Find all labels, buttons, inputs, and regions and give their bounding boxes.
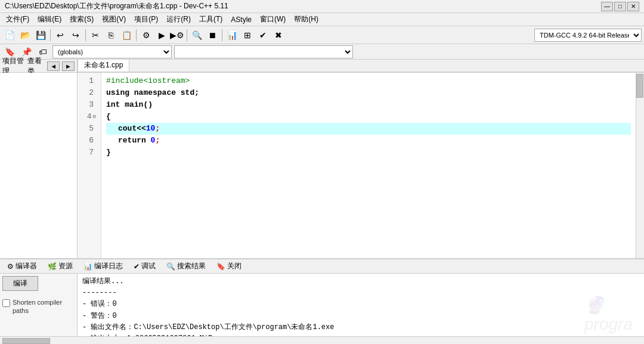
left-panel-header: 项目管理 查看类 ◄ ► bbox=[0, 60, 77, 73]
editor-area: 未命名1.cpp 1 2 3 4⊟ 5 6 7 #include<iostrea… bbox=[78, 60, 644, 258]
line-num-6: 6 bbox=[78, 135, 97, 147]
line-num-5: 5 bbox=[78, 123, 97, 135]
nav-left-btn[interactable]: ◄ bbox=[47, 61, 60, 71]
compiler-select[interactable]: TDM-GCC 4.9.2 64-bit Release bbox=[534, 29, 642, 42]
tab-close[interactable]: 🔖 关闭 bbox=[212, 260, 246, 272]
tab-resources[interactable]: 🌿 资源 bbox=[43, 260, 78, 272]
bottom-scrollbar[interactable] bbox=[0, 336, 644, 344]
bottom-tabs: ⚙ 编译器 🌿 资源 📊 编译日志 ✔ 调试 🔍 搜索结果 🔖 关闭 bbox=[0, 259, 644, 274]
menu-file[interactable]: 文件(F) bbox=[2, 13, 33, 26]
check-btn[interactable]: ✔ bbox=[256, 28, 270, 42]
run-btn1[interactable]: ▶ bbox=[154, 28, 169, 42]
log-icon: 📊 bbox=[83, 262, 92, 271]
toolbar-sep3 bbox=[136, 29, 137, 41]
menu-edit[interactable]: 编辑(E) bbox=[34, 13, 65, 26]
line-num-2: 2 bbox=[78, 87, 97, 99]
nav-right-btn[interactable]: ► bbox=[62, 61, 75, 71]
maximize-button[interactable]: □ bbox=[614, 2, 626, 11]
paste-button[interactable]: 📋 bbox=[119, 28, 134, 42]
shorten-checkbox-row: Shorten compiler paths bbox=[2, 298, 75, 315]
redo-button[interactable]: ↪ bbox=[69, 28, 83, 42]
stop-btn[interactable]: ⏹ bbox=[205, 28, 219, 42]
code-content[interactable]: #include<iostream> using namespace std; … bbox=[101, 73, 636, 258]
tab-compiler[interactable]: ⚙ 编译器 bbox=[2, 260, 42, 272]
shorten-label: Shorten compiler paths bbox=[13, 298, 75, 315]
shorten-checkbox[interactable] bbox=[2, 299, 10, 307]
left-panel: 项目管理 查看类 ◄ ► bbox=[0, 60, 78, 258]
left-panel-content bbox=[0, 73, 77, 258]
titlebar: C:\Users\EDZ\Desktop\工作文件\program\未命名1.c… bbox=[0, 0, 644, 13]
toolbar-sep1 bbox=[50, 29, 51, 41]
undo-button[interactable]: ↩ bbox=[53, 28, 67, 42]
bottom-content: 编译 Shorten compiler paths 编译结果... ------… bbox=[0, 274, 644, 336]
menu-project[interactable]: 项目(P) bbox=[131, 13, 162, 26]
output-title: 编译结果... bbox=[82, 276, 580, 287]
grid-btn[interactable]: ⊞ bbox=[240, 28, 255, 42]
menubar: 文件(F) 编辑(E) 搜索(S) 视图(V) 项目(P) 运行(R) 工具(T… bbox=[0, 13, 644, 26]
output-errors: - 错误：0 bbox=[82, 299, 580, 310]
menu-astyle[interactable]: AStyle bbox=[227, 14, 255, 25]
chart-btn[interactable]: 📊 bbox=[225, 28, 239, 42]
line-num-4: 4⊟ bbox=[78, 111, 97, 123]
h-scroll-thumb[interactable] bbox=[2, 338, 50, 344]
code-line-2: using namespace std; bbox=[106, 87, 631, 99]
code-line-6: return 0; bbox=[106, 135, 631, 147]
main-area: 项目管理 查看类 ◄ ► 未命名1.cpp 1 2 3 4⊟ 5 6 7 bbox=[0, 60, 644, 258]
menu-tools[interactable]: 工具(T) bbox=[196, 13, 226, 26]
menu-view[interactable]: 视图(V) bbox=[98, 13, 129, 26]
minimize-button[interactable]: — bbox=[601, 2, 613, 11]
toolbar2: 🔖 📌 🏷 (globals) bbox=[0, 44, 644, 60]
open-button[interactable]: 📂 bbox=[18, 28, 32, 42]
output-warnings: - 警告：0 bbox=[82, 311, 580, 322]
line-num-3: 3 bbox=[78, 99, 97, 111]
left-bottom-panel: 编译 Shorten compiler paths bbox=[0, 274, 78, 336]
code-line-5: cout<<10; bbox=[106, 123, 631, 135]
menu-help[interactable]: 帮助(H) bbox=[290, 13, 322, 26]
close-button[interactable]: ✕ bbox=[627, 2, 639, 11]
toolbar: 📄 📂 💾 ↩ ↪ ✂ ⎘ 📋 ⚙ ▶ ▶⚙ 🔍 ⏹ 📊 ⊞ ✔ ✖ TDM-G… bbox=[0, 26, 644, 44]
debug-btn[interactable]: 🔍 bbox=[190, 28, 204, 42]
line-numbers: 1 2 3 4⊟ 5 6 7 bbox=[78, 73, 101, 258]
logo-text: 🔮 progra bbox=[584, 295, 644, 334]
x-btn[interactable]: ✖ bbox=[271, 28, 286, 42]
scrollbar[interactable] bbox=[636, 73, 644, 258]
line-num-7: 7 bbox=[78, 147, 97, 159]
scope-dropdown[interactable]: (globals) bbox=[52, 45, 172, 58]
toolbar-right: TDM-GCC 4.9.2 64-bit Release bbox=[534, 29, 642, 42]
compile-output: 编译结果... -------- - 错误：0 - 警告：0 - 输出文件名：C… bbox=[78, 274, 584, 336]
cut-button[interactable]: ✂ bbox=[88, 28, 103, 42]
compile-btn1[interactable]: ⚙ bbox=[139, 28, 153, 42]
save-button[interactable]: 💾 bbox=[33, 28, 48, 42]
code-container: 1 2 3 4⊟ 5 6 7 #include<iostream> using … bbox=[78, 73, 644, 258]
menu-search[interactable]: 搜索(S) bbox=[66, 13, 97, 26]
line-num-1: 1 bbox=[78, 75, 97, 87]
tab-search[interactable]: 🔍 搜索结果 bbox=[162, 260, 210, 272]
logo-area: 🔮 progra bbox=[584, 274, 644, 336]
code-line-4: { bbox=[106, 111, 631, 123]
tab-debug[interactable]: ✔ 调试 bbox=[129, 260, 160, 272]
toolbar-sep2 bbox=[85, 29, 86, 41]
scope-dropdown2[interactable] bbox=[174, 45, 353, 58]
output-sep: -------- bbox=[82, 287, 580, 299]
tab-compile-log[interactable]: 📊 编译日志 bbox=[79, 260, 128, 272]
close-icon: 🔖 bbox=[216, 262, 225, 271]
debug-icon: ✔ bbox=[134, 262, 140, 271]
code-line-3: int main() bbox=[106, 99, 631, 111]
copy-button[interactable]: ⎘ bbox=[104, 28, 118, 42]
toolbar-sep4 bbox=[187, 29, 187, 41]
file-tabs-row: 未命名1.cpp bbox=[78, 60, 644, 73]
output-filename: - 输出文件名：C:\Users\EDZ\Desktop\工作文件\progra… bbox=[82, 322, 580, 333]
scroll-thumb[interactable] bbox=[636, 74, 643, 98]
title-text: C:\Users\EDZ\Desktop\工作文件\program\未命名1.c… bbox=[5, 1, 228, 11]
code-line-7: } bbox=[106, 147, 631, 159]
menu-run[interactable]: 运行(R) bbox=[163, 13, 194, 26]
compile-run-btn[interactable]: ▶⚙ bbox=[170, 28, 184, 42]
menu-window[interactable]: 窗口(W) bbox=[256, 13, 289, 26]
search-icon: 🔍 bbox=[166, 262, 175, 271]
new-button[interactable]: 📄 bbox=[2, 28, 17, 42]
file-tab-main[interactable]: 未命名1.cpp bbox=[78, 60, 129, 72]
compile-button[interactable]: 编译 bbox=[2, 276, 38, 291]
window-controls: — □ ✕ bbox=[601, 2, 639, 11]
compiler-icon: ⚙ bbox=[7, 262, 14, 271]
toolbar-sep5 bbox=[222, 29, 222, 41]
